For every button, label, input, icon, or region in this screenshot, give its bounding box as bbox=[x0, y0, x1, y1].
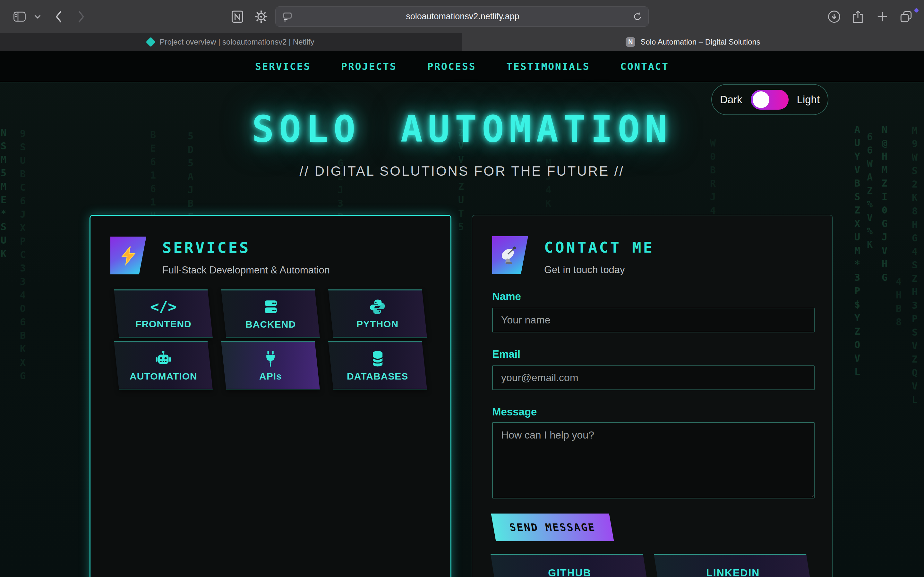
netlify-favicon bbox=[146, 37, 156, 47]
tile-frontend[interactable]: </> FRONTEND bbox=[114, 290, 213, 338]
nav-services[interactable]: SERVICES bbox=[255, 61, 310, 72]
screen: soloautomationsv2.netlify.app Project ov… bbox=[0, 0, 924, 577]
contact-subtitle: Get in touch today bbox=[544, 264, 625, 276]
new-tab-icon[interactable] bbox=[873, 0, 891, 33]
tile-automation[interactable]: AUTOMATION bbox=[114, 342, 213, 390]
forward-icon[interactable] bbox=[73, 0, 89, 33]
site-favicon: N bbox=[626, 37, 635, 47]
url-text: soloautomationsv2.netlify.app bbox=[293, 11, 632, 21]
light-label: Light bbox=[797, 93, 820, 106]
reload-icon[interactable] bbox=[632, 11, 643, 22]
address-bar[interactable]: soloautomationsv2.netlify.app bbox=[275, 6, 649, 27]
robot-icon bbox=[154, 350, 172, 367]
services-grid: </> FRONTEND BACKEND bbox=[116, 290, 425, 390]
email-label: Email bbox=[492, 348, 520, 360]
python-icon bbox=[369, 298, 386, 316]
tab-title: Project overview | soloautomationsv2 | N… bbox=[160, 37, 314, 47]
page-title: SOLO AUTOMATION bbox=[0, 108, 924, 150]
site-nav: SERVICES PROJECTS PROCESS TESTIMONIALS C… bbox=[0, 51, 924, 82]
name-label: Name bbox=[492, 290, 521, 303]
services-card: SERVICES Full-Stack Development & Automa… bbox=[89, 215, 451, 577]
services-subtitle: Full-Stack Development & Automation bbox=[162, 264, 330, 276]
name-field[interactable] bbox=[492, 308, 814, 332]
tile-backend[interactable]: BACKEND bbox=[221, 290, 320, 338]
contact-card: CONTACT ME Get in touch today Name Email… bbox=[472, 215, 833, 577]
reader-icon[interactable] bbox=[282, 11, 293, 22]
sidebar-icon[interactable] bbox=[11, 0, 27, 33]
download-icon[interactable] bbox=[825, 0, 843, 33]
server-icon bbox=[262, 298, 279, 316]
matrix-column: A U Y V B S Z X U M * 3 P $ Y Z O V L bbox=[855, 123, 860, 379]
share-icon[interactable] bbox=[849, 0, 867, 33]
nav-projects[interactable]: PROJECTS bbox=[341, 61, 397, 72]
notion-extension-icon[interactable] bbox=[228, 0, 246, 33]
nav-testimonials[interactable]: TESTIMONIALS bbox=[506, 61, 590, 72]
nav-process[interactable]: PROCESS bbox=[427, 61, 476, 72]
tab-title: Solo Automation – Digital Solutions bbox=[640, 37, 760, 47]
send-message-button[interactable]: SEND MESSAGE bbox=[491, 514, 614, 541]
back-icon[interactable] bbox=[51, 0, 67, 33]
webpage: N S M 5 M E * S U K9 S U B C 6 J X P C 3… bbox=[0, 51, 924, 577]
chevron-down-icon[interactable] bbox=[32, 0, 43, 33]
tab-bar: Project overview | soloautomationsv2 | N… bbox=[0, 33, 924, 51]
browser-toolbar: soloautomationsv2.netlify.app bbox=[0, 0, 924, 33]
nav-contact[interactable]: CONTACT bbox=[620, 61, 669, 72]
message-field[interactable] bbox=[492, 422, 814, 498]
theme-switch[interactable] bbox=[751, 90, 788, 110]
tab-solo-automation[interactable]: N Solo Automation – Digital Solutions bbox=[462, 33, 924, 51]
dark-label: Dark bbox=[720, 93, 742, 106]
email-field[interactable] bbox=[492, 366, 814, 390]
switch-knob bbox=[753, 91, 769, 108]
database-icon bbox=[369, 350, 386, 367]
code-icon: </> bbox=[150, 298, 177, 316]
contact-title: CONTACT ME bbox=[544, 239, 654, 256]
gear-icon[interactable] bbox=[252, 0, 270, 33]
tile-apis[interactable]: APIs bbox=[221, 342, 320, 390]
page-subtitle: // DIGITAL SOLUTIONS FOR THE FUTURE // bbox=[0, 163, 924, 179]
linkedin-button[interactable]: LINKEDIN bbox=[654, 554, 812, 577]
tab-netlify-project[interactable]: Project overview | soloautomationsv2 | N… bbox=[0, 33, 462, 51]
services-title: SERVICES bbox=[162, 239, 250, 256]
lightning-icon bbox=[110, 237, 146, 274]
tile-databases[interactable]: DATABASES bbox=[328, 342, 427, 390]
tabs-icon[interactable] bbox=[897, 0, 915, 33]
status-dot bbox=[914, 8, 919, 13]
satellite-icon bbox=[492, 236, 528, 274]
matrix-column: 4 H B 8 bbox=[896, 275, 901, 329]
plug-icon bbox=[262, 350, 279, 367]
message-label: Message bbox=[492, 406, 537, 418]
github-button[interactable]: GITHUB bbox=[491, 554, 649, 577]
tile-python[interactable]: PYTHON bbox=[328, 290, 427, 338]
